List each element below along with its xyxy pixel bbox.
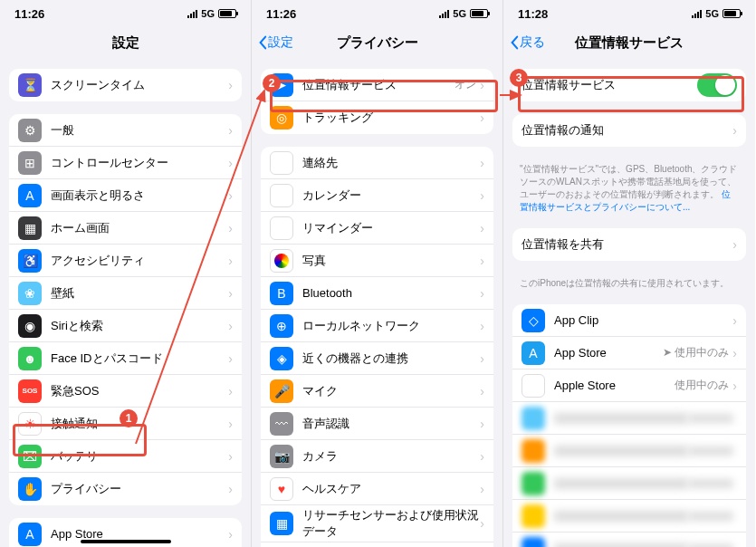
list-item-blurred [512,467,746,500]
settings-group: ▭ 連絡先 › ▦ カレンダー › ⋮ リマインダー › 写真 › B Blue… [261,147,493,547]
chevron-icon: › [480,254,484,268]
row-icon: A [18,184,42,207]
settings-group: ⚙ 一般 › ⊞ コントロールセンター › A 画面表示と明るさ › ▦ ホーム… [9,114,242,505]
list-item[interactable]: ◈ 近くの機器との連携 › [261,342,493,375]
chevron-icon: › [228,384,233,398]
list-item[interactable]: ▦ ホーム画面 › [9,212,242,245]
screen-content: ⏳ スクリーンタイム › ⚙ 一般 › ⊞ コントロールセンター › A 画面表… [0,58,251,547]
row-detail: オン [455,77,476,92]
status-right: 5G [692,8,741,19]
list-item[interactable]: A App Store ➤ 使用中のみ› [512,337,746,369]
row-label: App Store [51,527,228,541]
row-label: 接触通知 [51,416,228,432]
row-icon: ❀ [18,282,42,305]
chevron-icon: › [480,110,484,125]
row-icon: A [18,523,42,546]
list-item[interactable]: ⌧ バッテリー › [9,440,242,473]
nav-title: 位置情報サービス [575,34,684,52]
chevron-icon: › [480,516,484,531]
list-item[interactable]: 写真 › [261,245,493,277]
nav-back[interactable]: 戻る [509,34,545,51]
settings-group: ➤ 位置情報サービス オン› ◎ トラッキング › [261,69,493,134]
toggle-switch[interactable] [697,73,737,97]
signal-icon [439,9,449,18]
row-detail: ➤ 使用中のみ [663,345,729,360]
chevron-icon: › [228,319,233,333]
list-item[interactable]: 〰 音声認識 › [261,408,493,440]
nav-bar: 設定 [0,27,251,58]
settings-group: ◇ App Clip › A App Store ➤ 使用中のみ› Apple … [512,304,746,547]
nav-title: 設定 [112,34,139,52]
list-item[interactable]: 位置情報を共有 › [512,228,746,261]
list-item[interactable]: ♥ ヘルスケア › [261,473,493,505]
row-icon: ♿ [18,249,42,273]
row-label: App Clip [554,313,732,327]
list-item[interactable]: ◎ トラッキング › [261,101,493,134]
row-label: App Store [554,346,663,360]
chevron-icon: › [480,384,484,398]
row-label: コントロールセンター [51,155,228,171]
nav-title: プライバシー [337,34,418,52]
row-label: 壁紙 [51,285,228,302]
list-item[interactable]: SOS 緊急SOS › [9,375,242,408]
list-item[interactable]: Apple Store 使用中のみ› [512,369,746,402]
list-item[interactable]: ▦ カレンダー › [261,179,493,212]
list-item[interactable]: ⏳ スクリーンタイム › [9,69,242,101]
list-item[interactable]: A 画面表示と明るさ › [9,179,242,212]
list-item[interactable]: ⚙ 一般 › [9,114,242,147]
list-item[interactable]: ✋ プライバシー › [9,473,242,505]
row-label: アクセシビリティ [51,253,228,269]
chevron-icon: › [228,156,233,170]
settings-group: 位置情報サービス [512,69,746,101]
list-item[interactable]: 位置情報の通知 › [512,114,746,147]
list-item[interactable]: ⋮ リマインダー › [261,212,493,245]
nav-back[interactable]: 設定 [257,34,293,51]
list-item[interactable]: ❀ 壁紙 › [9,277,242,310]
list-item[interactable]: 📷 カメラ › [261,440,493,473]
row-icon: ▦ [270,512,293,535]
chevron-icon: › [228,78,233,92]
signal-icon [187,9,197,18]
list-item[interactable]: ▦ リサーチセンサーおよび使用状況データ › [261,505,493,542]
nav-bar: 設定 プライバシー [252,27,502,58]
row-label: ローカルネットワーク [302,318,480,334]
chevron-icon: › [732,346,737,360]
chevron-icon: › [228,123,233,138]
signal-icon [692,9,702,18]
home-indicator [81,540,171,543]
row-label: Siriと検索 [51,318,228,334]
chevron-icon: › [228,482,233,496]
row-label: リサーチセンサーおよび使用状況データ [302,507,480,540]
list-item[interactable]: B Bluetooth › [261,277,493,310]
footer-text: このiPhoneは位置情報の共有に使用されています。 [503,274,755,297]
screen-content: ➤ 位置情報サービス オン› ◎ トラッキング › ▭ 連絡先 › ▦ カレンダ… [252,58,502,547]
status-time: 11:26 [266,7,296,21]
list-item[interactable]: ➤ 位置情報サービス オン› [261,69,493,101]
chevron-icon: › [480,188,484,203]
chevron-icon: › [228,527,233,542]
row-label: 一般 [51,122,228,139]
list-item[interactable]: ◉ Siriと検索 › [9,310,242,342]
row-label: 位置情報サービス [302,77,455,93]
list-item[interactable]: 🎤 マイク › [261,375,493,408]
list-item[interactable]: ◇ App Clip › [512,304,746,337]
list-item[interactable]: ⌂ HomeKit › [261,542,493,547]
row-label: 緊急SOS [51,383,228,399]
list-item[interactable]: 位置情報サービス [512,69,746,101]
row-icon: ▦ [270,184,293,207]
chevron-icon: › [480,449,484,464]
list-item[interactable]: ♿ アクセシビリティ › [9,245,242,277]
list-item[interactable]: ☻ Face IDとパスコード › [9,342,242,375]
chevron-icon: › [732,379,737,393]
row-label: ヘルスケア [302,481,480,497]
list-item[interactable]: ▭ 連絡先 › [261,147,493,179]
list-item[interactable]: ⊕ ローカルネットワーク › [261,310,493,342]
list-item[interactable]: ⊞ コントロールセンター › [9,147,242,179]
footer-link[interactable]: 位置情報サービスとプライバシーについて... [520,189,731,212]
row-detail: 使用中のみ [675,378,729,393]
chevron-icon: › [228,254,233,268]
row-icon: ▭ [270,151,293,175]
chevron-icon: › [228,286,233,301]
row-icon: ✋ [18,477,42,501]
row-label: Face IDとパスコード [51,350,228,367]
